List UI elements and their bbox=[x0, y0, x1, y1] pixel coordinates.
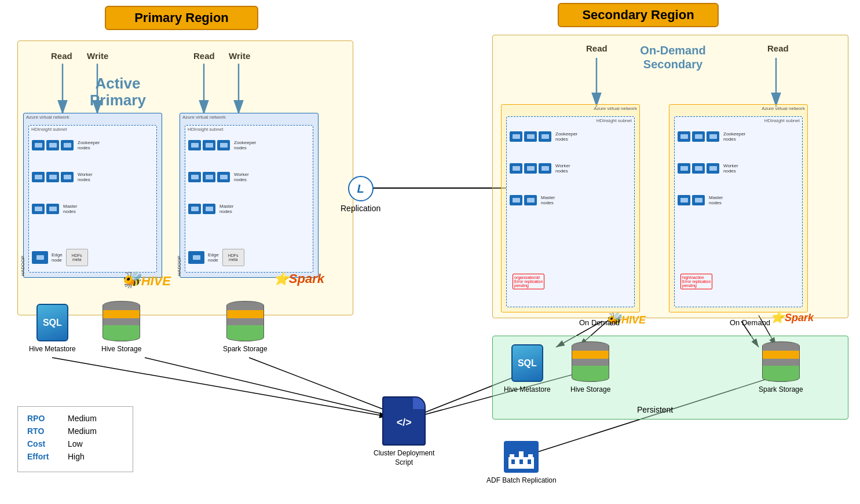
master-nodes-1: Masternodes bbox=[63, 204, 77, 214]
main-diagram: Primary Region Secondary Region Active P… bbox=[0, 0, 860, 504]
zk-nodes-3: Zookeepernodes bbox=[555, 131, 577, 142]
zk-nodes-1: Zookeepernodes bbox=[78, 140, 100, 150]
cluster-deployment-label: Cluster Deployment Script bbox=[374, 449, 434, 467]
svg-rect-24 bbox=[519, 459, 523, 464]
zk-nodes-2: Zookeepernodes bbox=[234, 140, 256, 150]
svg-rect-21 bbox=[519, 451, 524, 459]
master-nodes-2: Masternodes bbox=[219, 204, 233, 214]
primary-cluster-1: Azure virtual network HDInsight subnet Z… bbox=[23, 113, 165, 281]
on-demand-label-2: On Demand bbox=[730, 318, 770, 327]
worker-nodes-2: Workernodes bbox=[234, 172, 249, 182]
spark-storage-primary: Spark Storage bbox=[223, 301, 268, 353]
hadoop-2: HADOOP bbox=[177, 256, 182, 276]
hadoop-1: HADOOP bbox=[20, 256, 25, 276]
replication-label: Replication bbox=[341, 204, 380, 213]
svg-rect-20 bbox=[510, 454, 514, 459]
spark-storage-secondary: Spark Storage bbox=[759, 341, 803, 393]
hdinsight-subnet-1-label: HDInsight subnet bbox=[29, 126, 156, 133]
azure-vnet-1-label: Azure virtual network bbox=[24, 113, 162, 121]
hdfs-1: HDFsmeta bbox=[66, 249, 88, 266]
svg-rect-25 bbox=[528, 459, 531, 464]
hive-storage-primary: Hive Storage bbox=[101, 301, 141, 353]
svg-rect-22 bbox=[528, 454, 533, 459]
hive-metastore-primary: SQL Hive Metastore bbox=[29, 304, 76, 353]
on-demand-label-1: On Demand bbox=[579, 318, 620, 327]
hive-metastore-primary-label: Hive Metastore bbox=[29, 345, 76, 353]
hive-storage-secondary: Hive Storage bbox=[570, 341, 610, 393]
legend-rpo: RPO Medium bbox=[27, 414, 123, 423]
replication-circle: L bbox=[348, 176, 374, 201]
spark-logo-2: ⭐Spark bbox=[770, 310, 814, 324]
error-label-1: organizationIdError replicationpending bbox=[513, 274, 544, 289]
secondary-region-label: Secondary Region bbox=[582, 8, 694, 22]
svg-line-10 bbox=[145, 358, 394, 417]
primary-cluster-2: Azure virtual network HDInsight subnet Z… bbox=[180, 113, 321, 281]
azure-vnet-3-label: Azure virtual network bbox=[502, 105, 639, 112]
master-nodes-4: Masternodes bbox=[709, 195, 723, 205]
legend-cost: Cost Low bbox=[27, 439, 123, 448]
error-label-2: highInactionError replicationpending bbox=[680, 274, 712, 289]
hive-metastore-secondary-label: Hive Metastore bbox=[504, 385, 551, 393]
secondary-cluster-2: Azure virtual network HDInsight subnet Z… bbox=[669, 104, 811, 315]
worker-nodes-4: Workernodes bbox=[723, 163, 738, 174]
hive-logo-1: 🐝HIVE bbox=[121, 270, 171, 289]
hdinsight-subnet-4-label: HDInsight subnet bbox=[675, 117, 802, 124]
spark-storage-secondary-label: Spark Storage bbox=[759, 385, 803, 393]
spark-logo-1: ⭐Spark bbox=[273, 271, 324, 286]
spark-storage-primary-label: Spark Storage bbox=[223, 345, 268, 353]
zk-nodes-4: Zookeepernodes bbox=[723, 131, 745, 142]
replication-section: L Replication bbox=[341, 176, 380, 213]
edge-node-2: Edgenode bbox=[208, 252, 219, 263]
legend-effort: Effort High bbox=[27, 452, 123, 461]
hdinsight-subnet-2-label: HDInsight subnet bbox=[185, 126, 313, 133]
legend-box: RPO Medium RTO Medium Cost Low Effort Hi… bbox=[17, 406, 133, 472]
worker-nodes-1: Workernodes bbox=[78, 172, 93, 182]
master-nodes-3: Masternodes bbox=[541, 195, 555, 205]
primary-region-banner: Primary Region bbox=[105, 6, 258, 30]
hive-storage-secondary-label: Hive Storage bbox=[570, 385, 610, 393]
legend-rto: RTO Medium bbox=[27, 426, 123, 436]
adf-batch-replication: ADF Batch Replication bbox=[486, 441, 557, 484]
azure-vnet-2-label: Azure virtual network bbox=[180, 113, 318, 121]
persistent-label: Persistent bbox=[637, 405, 673, 414]
hive-storage-primary-label: Hive Storage bbox=[101, 345, 141, 353]
hive-metastore-secondary: SQL Hive Metastore bbox=[504, 344, 551, 393]
worker-nodes-3: Workernodes bbox=[555, 163, 570, 174]
hdinsight-subnet-3-label: HDInsight subnet bbox=[507, 117, 634, 124]
secondary-cluster-1: Azure virtual network HDInsight subnet Z… bbox=[501, 104, 643, 315]
adf-label: ADF Batch Replication bbox=[486, 476, 557, 484]
primary-region-label: Primary Region bbox=[134, 10, 229, 25]
secondary-region-banner: Secondary Region bbox=[558, 3, 719, 27]
svg-rect-23 bbox=[511, 459, 515, 464]
hdfs-2: HDFsmeta bbox=[222, 249, 244, 266]
edge-node-1: Edgenode bbox=[52, 252, 63, 263]
cluster-deployment-script: </> Cluster Deployment Script bbox=[374, 396, 434, 467]
azure-vnet-4-label: Azure virtual network bbox=[669, 105, 807, 112]
